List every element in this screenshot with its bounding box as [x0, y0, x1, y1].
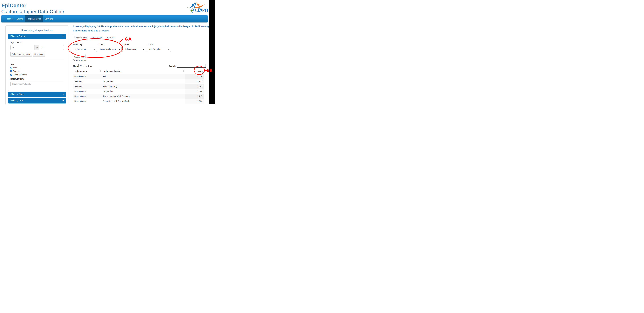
svg-text:PH: PH	[202, 7, 208, 13]
svg-text:C: C	[195, 7, 198, 13]
